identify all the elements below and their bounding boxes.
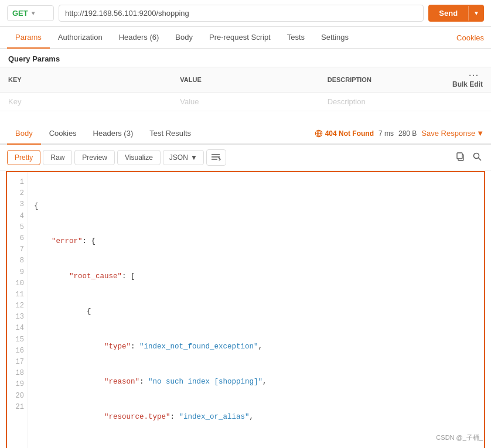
- copy-button[interactable]: [454, 151, 467, 164]
- query-params-title: Query Params: [0, 49, 491, 67]
- row-actions: [442, 93, 491, 111]
- save-response-chevron-icon: ▼: [476, 129, 484, 138]
- tab-cookies[interactable]: Cookies: [456, 28, 484, 48]
- format-pretty-button[interactable]: Pretty: [7, 150, 40, 165]
- description-cell[interactable]: Description: [319, 93, 442, 111]
- more-options-icon[interactable]: ···: [469, 71, 479, 80]
- url-input[interactable]: [59, 5, 424, 22]
- key-cell[interactable]: Key: [0, 93, 172, 111]
- response-tab-nav: Body Cookies Headers (3) Test Results 40…: [0, 123, 491, 145]
- col-description: DESCRIPTION: [319, 67, 442, 93]
- save-response-label: Save Response: [421, 129, 475, 138]
- json-code: { "error": { "root_cause": [ { "type": "…: [28, 172, 484, 448]
- format-preview-button[interactable]: Preview: [74, 150, 115, 165]
- json-format-chevron-icon: ▼: [190, 153, 197, 162]
- watermark: CSDN @_子桶_: [436, 433, 483, 442]
- response-tab-body[interactable]: Body: [7, 123, 41, 145]
- format-visualize-button[interactable]: Visualize: [117, 150, 161, 165]
- json-response-container: 12345 678910 1112131415 1617181920 21 { …: [6, 171, 485, 448]
- col-value: VALUE: [172, 67, 319, 93]
- tab-authorization[interactable]: Authorization: [50, 27, 111, 49]
- json-format-select[interactable]: JSON ▼: [163, 150, 204, 165]
- copy-icon: [456, 152, 465, 161]
- search-button[interactable]: [470, 151, 484, 164]
- tab-headers[interactable]: Headers (6): [111, 27, 168, 49]
- tab-tests[interactable]: Tests: [279, 27, 313, 49]
- tab-params[interactable]: Params: [7, 27, 50, 49]
- tab-settings[interactable]: Settings: [313, 27, 357, 49]
- value-cell[interactable]: Value: [172, 93, 319, 111]
- globe-icon: [315, 129, 323, 138]
- response-section: Body Cookies Headers (3) Test Results 40…: [0, 123, 491, 448]
- col-actions: ··· Bulk Edit: [442, 67, 491, 93]
- response-size: 280 B: [398, 129, 417, 138]
- method-label: GET: [12, 9, 28, 18]
- format-right-icons: [454, 151, 484, 164]
- save-response-button[interactable]: Save Response ▼: [421, 129, 484, 138]
- svg-rect-8: [457, 153, 462, 159]
- bulk-edit-button[interactable]: Bulk Edit: [452, 80, 483, 88]
- wrap-icon: [212, 153, 221, 160]
- response-meta: 404 Not Found 7 ms 280 B Save Response ▼: [315, 129, 484, 138]
- response-tab-headers[interactable]: Headers (3): [85, 123, 142, 145]
- status-badge: 404 Not Found: [315, 129, 374, 138]
- send-label: Send: [428, 5, 468, 22]
- response-time: 7 ms: [379, 129, 394, 138]
- svg-line-10: [479, 158, 482, 161]
- top-bar: GET ▼ Send ▼: [0, 0, 491, 27]
- search-icon: [473, 152, 482, 161]
- format-raw-button[interactable]: Raw: [43, 150, 72, 165]
- wrap-lines-button[interactable]: [206, 149, 226, 166]
- status-text: 404 Not Found: [325, 129, 374, 138]
- tab-pre-request[interactable]: Pre-request Script: [201, 27, 279, 49]
- method-chevron-icon: ▼: [30, 10, 36, 16]
- format-bar: Pretty Raw Preview Visualize JSON ▼: [0, 145, 491, 171]
- request-tab-nav: Params Authorization Headers (6) Body Pr…: [0, 27, 491, 49]
- tab-body[interactable]: Body: [167, 27, 201, 49]
- params-table: KEY VALUE DESCRIPTION ··· Bulk Edit Key …: [0, 67, 491, 111]
- method-select[interactable]: GET ▼: [7, 5, 54, 21]
- col-key: KEY: [0, 67, 172, 93]
- send-button[interactable]: Send ▼: [428, 5, 484, 22]
- line-numbers: 12345 678910 1112131415 1617181920 21: [7, 172, 28, 448]
- response-tab-cookies[interactable]: Cookies: [41, 123, 85, 145]
- response-tab-test-results[interactable]: Test Results: [141, 123, 199, 145]
- json-format-label: JSON: [169, 153, 188, 162]
- svg-point-9: [474, 153, 479, 159]
- send-dropdown-icon[interactable]: ▼: [468, 6, 484, 20]
- table-row: Key Value Description: [0, 93, 491, 111]
